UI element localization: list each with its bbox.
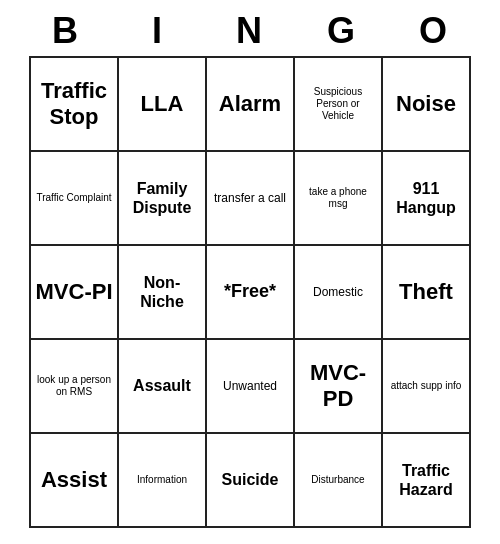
cell-12: *Free*: [207, 246, 295, 340]
cell-7: transfer a call: [207, 152, 295, 246]
cell-19: attach supp info: [383, 340, 471, 434]
cell-21: Information: [119, 434, 207, 528]
title-g: G: [298, 10, 386, 52]
cell-2: Alarm: [207, 58, 295, 152]
title-i: I: [114, 10, 202, 52]
cell-13: Domestic: [295, 246, 383, 340]
cell-9: 911 Hangup: [383, 152, 471, 246]
cell-8: take a phone msg: [295, 152, 383, 246]
cell-1: LLA: [119, 58, 207, 152]
title-b: B: [22, 10, 110, 52]
cell-17: Unwanted: [207, 340, 295, 434]
cell-6: Family Dispute: [119, 152, 207, 246]
cell-14: Theft: [383, 246, 471, 340]
cell-16: Assault: [119, 340, 207, 434]
cell-15: look up a person on RMS: [31, 340, 119, 434]
cell-22: Suicide: [207, 434, 295, 528]
cell-18: MVC-PD: [295, 340, 383, 434]
cell-3: Suspicious Person or Vehicle: [295, 58, 383, 152]
title-o: O: [390, 10, 478, 52]
cell-10: MVC-PI: [31, 246, 119, 340]
title-n: N: [206, 10, 294, 52]
cell-4: Noise: [383, 58, 471, 152]
cell-5: Traffic Complaint: [31, 152, 119, 246]
cell-24: Traffic Hazard: [383, 434, 471, 528]
cell-20: Assist: [31, 434, 119, 528]
bingo-title: B I N G O: [20, 10, 480, 52]
cell-11: Non-Niche: [119, 246, 207, 340]
cell-23: Disturbance: [295, 434, 383, 528]
cell-0: Traffic Stop: [31, 58, 119, 152]
bingo-grid: Traffic StopLLAAlarmSuspicious Person or…: [29, 56, 471, 528]
